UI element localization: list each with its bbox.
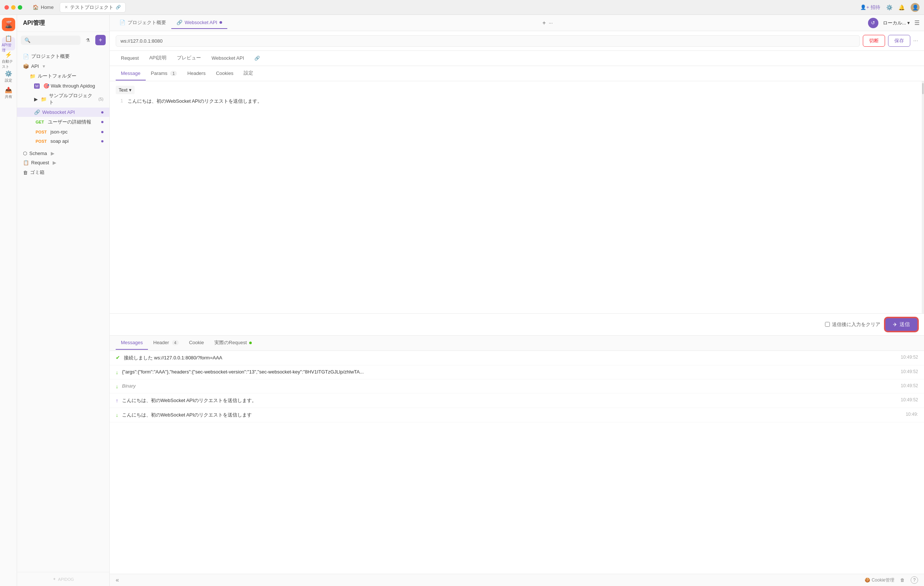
api-section-icon: 📦: [23, 63, 29, 69]
collapse-icon[interactable]: «: [116, 577, 119, 583]
more-options-icon[interactable]: ···: [913, 38, 918, 44]
add-button[interactable]: +: [95, 35, 106, 45]
req-tab-link[interactable]: 🔗: [249, 51, 265, 65]
more-tabs-icon[interactable]: ···: [549, 20, 553, 26]
scrollbar-thumb: [922, 83, 924, 94]
arrow-down-icon: ↓: [116, 370, 118, 375]
msg-tab-settings[interactable]: 設定: [238, 66, 259, 81]
req-tab-request[interactable]: Request: [116, 51, 144, 65]
req-tab-websocket[interactable]: Websocket API: [206, 51, 249, 65]
resp-item-connected: ✔ 接続しました ws://127.0.0.1:8080/?form=AAA 1…: [110, 351, 924, 365]
resp-tab-actual-request[interactable]: 実際のRequest: [209, 336, 257, 350]
nav-item-label: API: [31, 63, 39, 69]
nav-item-post-json[interactable]: POST json-rpc: [17, 127, 109, 137]
avatar[interactable]: 👤: [911, 3, 919, 12]
sidebar-item-autotest[interactable]: ⚡ 自動テスト: [2, 53, 15, 67]
search-input[interactable]: [33, 38, 77, 43]
nav-item-post-soap[interactable]: POST soap api: [17, 137, 109, 146]
nav-item-api-section[interactable]: 📦 API ▾: [17, 61, 109, 71]
project-overview-icon: 📄: [23, 54, 29, 59]
disconnect-button[interactable]: 切断: [863, 35, 885, 47]
notification-icon[interactable]: 🔔: [898, 5, 905, 10]
nav-item-websocket-api[interactable]: 🔗 Websocket API: [17, 107, 109, 117]
clear-input-checkbox[interactable]: [825, 322, 830, 327]
nav-item-root-folder[interactable]: 📁 ルートフォルダー: [17, 71, 109, 81]
help-icon[interactable]: ?: [911, 576, 918, 584]
nav-item-label: プロジェクト概要: [31, 53, 70, 60]
req-tab-preview[interactable]: プレビュー: [172, 51, 206, 66]
save-button[interactable]: 保存: [888, 35, 910, 47]
hamburger-menu[interactable]: ☰: [914, 19, 919, 26]
resp-time: 10:49:52: [901, 397, 918, 403]
watermark-text: APIDOG: [58, 577, 74, 581]
send-icon: ✈: [893, 322, 897, 327]
cookie-management-label[interactable]: 🍪 Cookie管理: [865, 577, 894, 583]
msg-tab-message[interactable]: Message: [116, 67, 146, 81]
send-button[interactable]: ✈ 送信: [885, 317, 918, 332]
nav-footer: ✦ APIDOG: [17, 572, 109, 586]
environment-selector[interactable]: ローカル... ▾: [883, 20, 910, 26]
tab-home[interactable]: 🏠 Home: [28, 3, 58, 12]
nav-item-request[interactable]: 📋 Request ▶: [17, 158, 109, 167]
request-tabs: Request API説明 プレビュー Websocket API 🔗: [110, 51, 924, 66]
nav-item-get-user[interactable]: GET ユーザーの詳細情報: [17, 117, 109, 127]
traffic-light-green[interactable]: [18, 5, 22, 10]
code-line-1: 1 こんにちは、初のWebSocket APIのリクエストを送信します。: [116, 98, 918, 105]
invite-button[interactable]: 👤+ 招待: [860, 4, 880, 11]
nav-item-walkthrough[interactable]: M 🎯 Walk through Apidog: [17, 81, 109, 91]
top-tab-overview[interactable]: 📄 プロジェクト概要: [114, 17, 171, 30]
chevron-right-icon: ▶: [51, 150, 54, 156]
folder-icon: 📁: [41, 96, 47, 102]
resp-time: 10:49:52: [901, 369, 918, 374]
method-get-badge: GET: [34, 119, 46, 125]
msg-tab-cookies[interactable]: Cookies: [211, 67, 238, 81]
header-badge: 4: [172, 340, 179, 345]
msg-tab-params[interactable]: Params 1: [146, 67, 182, 81]
nav-item-sample-project[interactable]: ▶ 📁 サンプルプロジェクト (5): [17, 91, 109, 107]
url-input[interactable]: [116, 35, 860, 47]
text-type-selector[interactable]: Text ▾: [116, 86, 135, 94]
nav-item-trash[interactable]: 🗑 ゴミ箱: [17, 167, 109, 178]
filter-button[interactable]: ⚗: [82, 35, 93, 45]
msg-tab-headers[interactable]: Headers: [182, 67, 211, 81]
arrow-down-icon: ↓: [116, 412, 118, 418]
footer-left: «: [116, 577, 119, 583]
top-tab-websocket[interactable]: 🔗 Websocket API: [171, 17, 227, 29]
editor-scrollbar[interactable]: [922, 81, 924, 314]
req-tab-api-desc[interactable]: API説明: [144, 51, 172, 66]
traffic-light-yellow[interactable]: [11, 5, 16, 10]
nav-panel: API管理 🔍 ⚗ + 📄 プロジェクト概要 📦 API ▾: [17, 15, 110, 586]
delete-icon[interactable]: 🗑: [900, 578, 905, 583]
file-icon: M: [34, 83, 40, 89]
sidebar-item-settings[interactable]: ⚙️ 設定: [2, 70, 15, 83]
chevron-right-icon: ▶: [53, 160, 56, 165]
tab-home-label: Home: [41, 5, 54, 10]
tab-project[interactable]: ✕ テストプロジェクト 🔗: [60, 2, 126, 13]
settings-icon[interactable]: ⚙️: [886, 5, 893, 10]
resp-tab-cookie[interactable]: Cookie: [184, 336, 209, 350]
main-layout: 🌋 📋 API管理 ⚡ 自動テスト ⚙️ 設定 📤 共有 API管理 🔍 ⚗ +: [0, 15, 924, 586]
sidebar-item-shared[interactable]: 📤 共有: [2, 86, 15, 99]
refresh-icon[interactable]: ↺: [868, 18, 878, 28]
method-post-badge2: POST: [34, 139, 48, 144]
nav-item-project-overview[interactable]: 📄 プロジェクト概要: [17, 51, 109, 61]
clear-checkbox[interactable]: 送信後に入力をクリア: [825, 321, 880, 328]
line-number: 1: [116, 98, 123, 105]
nav-item-schema[interactable]: ⬡ Schema ▶: [17, 149, 109, 158]
resp-tab-messages[interactable]: Messages: [116, 336, 148, 350]
add-tab-icon[interactable]: +: [543, 20, 546, 26]
arrow-down-icon: ↓: [116, 383, 118, 390]
tab-close-icon[interactable]: ✕: [64, 5, 68, 10]
nav-item-label: サンプルプロジェクト: [49, 92, 96, 106]
left-sidebar: 🌋 📋 API管理 ⚡ 自動テスト ⚙️ 設定 📤 共有: [0, 15, 17, 586]
send-label: 送信: [899, 321, 910, 328]
sidebar-settings-label: 設定: [5, 78, 12, 83]
search-input-wrap[interactable]: 🔍: [21, 36, 81, 45]
resp-tab-header[interactable]: Header 4: [148, 336, 183, 350]
traffic-light-red[interactable]: [5, 5, 9, 10]
response-tabs: Messages Header 4 Cookie 実際のRequest: [110, 335, 924, 351]
line-content[interactable]: こんにちは、初のWebSocket APIのリクエストを送信します。: [127, 98, 262, 105]
watermark: ✦ APIDOG: [23, 577, 104, 581]
sidebar-item-api[interactable]: 📋 API管理: [2, 37, 15, 50]
resp-item-json: ↓ {"args":{"form":"AAA"},"headers":{"sec…: [110, 365, 924, 380]
